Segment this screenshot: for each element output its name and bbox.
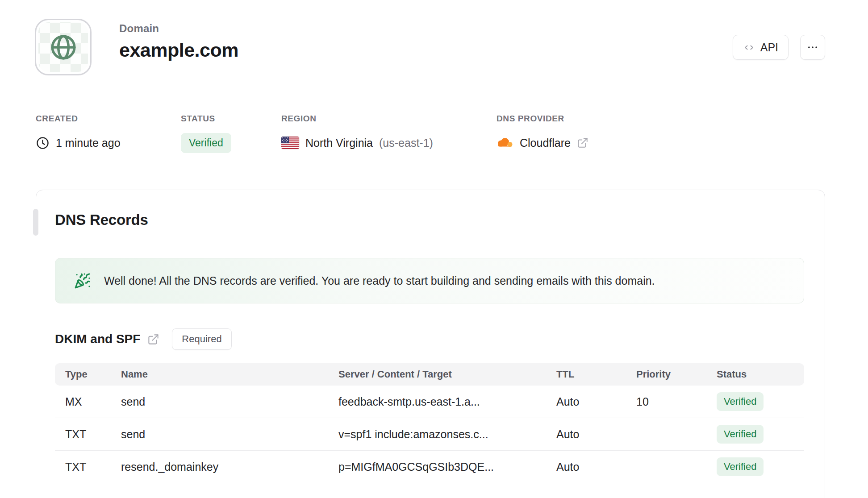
- meta-row: CREATED 1 minute ago STATUS Verified REG…: [0, 114, 868, 153]
- header-actions: API: [733, 35, 825, 60]
- meta-region: REGION: [281, 114, 497, 153]
- meta-created: CREATED 1 minute ago: [36, 114, 181, 153]
- column-header-priority: Priority: [636, 369, 717, 380]
- cell-server: p=MIGfMA0GCSqGSIb3DQE...: [338, 461, 556, 473]
- page-eyebrow: Domain: [119, 22, 238, 35]
- ellipsis-icon: [807, 42, 818, 53]
- code-icon: [743, 42, 755, 54]
- page-title: example.com: [119, 39, 238, 61]
- more-options-button[interactable]: [800, 35, 825, 60]
- cell-priority: 10: [636, 395, 717, 408]
- domain-avatar: [35, 19, 92, 75]
- cell-ttl: Auto: [556, 395, 636, 408]
- dns-provider-value: Cloudflare: [520, 137, 571, 149]
- status-badge: Verified: [181, 133, 231, 153]
- table-row: MX send feedback-smtp.us-east-1.a... Aut…: [55, 386, 804, 418]
- status-badge: Verified: [717, 425, 764, 444]
- status-badge: Verified: [717, 392, 764, 411]
- dns-provider-label: DNS PROVIDER: [497, 114, 825, 124]
- cell-name: resend._domainkey: [121, 461, 338, 473]
- table-row: TXT resend._domainkey p=MIGfMA0GCSqGSIb3…: [55, 451, 804, 483]
- region-name: North Virginia: [305, 137, 373, 149]
- column-header-status: Status: [717, 369, 804, 380]
- table-row: TXT send v=spf1 include:amazonses.c... A…: [55, 418, 804, 451]
- created-value: 1 minute ago: [56, 137, 121, 149]
- external-link-icon[interactable]: [577, 137, 588, 149]
- meta-dns-provider: DNS PROVIDER Cloudflare: [497, 114, 825, 153]
- region-label: REGION: [281, 114, 497, 124]
- cell-server: feedback-smtp.us-east-1.a...: [338, 395, 556, 408]
- required-badge: Required: [172, 328, 231, 350]
- domain-detail-page: Domain example.com API: [0, 0, 868, 498]
- external-link-icon[interactable]: [147, 333, 159, 345]
- column-header-name: Name: [121, 369, 338, 380]
- dkim-spf-section-header: DKIM and SPF Required: [55, 328, 804, 350]
- cell-type: TXT: [65, 428, 121, 441]
- card-accent-bar: [33, 209, 38, 236]
- region-code: (us-east-1): [379, 137, 433, 149]
- status-label: STATUS: [181, 114, 281, 124]
- cell-status: Verified: [717, 425, 804, 444]
- clock-icon: [36, 136, 50, 150]
- dns-records-table: Type Name Server / Content / Target TTL …: [55, 363, 804, 483]
- success-banner: Well done! All the DNS records are verif…: [55, 258, 804, 303]
- cell-type: MX: [65, 395, 121, 408]
- us-flag-icon: [281, 137, 299, 149]
- cell-server: v=spf1 include:amazonses.c...: [338, 428, 556, 441]
- column-header-server: Server / Content / Target: [338, 369, 556, 380]
- page-header: Domain example.com API: [0, 0, 868, 75]
- title-block: Domain example.com: [119, 22, 238, 61]
- table-header-row: Type Name Server / Content / Target TTL …: [55, 363, 804, 386]
- meta-status: STATUS Verified: [181, 114, 281, 153]
- cell-name: send: [121, 395, 338, 408]
- success-banner-message: Well done! All the DNS records are verif…: [104, 274, 655, 287]
- cell-type: TXT: [65, 461, 121, 473]
- status-badge: Verified: [717, 457, 764, 476]
- cell-name: send: [121, 428, 338, 441]
- dns-records-title: DNS Records: [55, 212, 804, 228]
- column-header-type: Type: [65, 369, 121, 380]
- cell-status: Verified: [717, 457, 804, 476]
- party-popper-icon: [74, 273, 91, 289]
- api-button[interactable]: API: [733, 35, 789, 60]
- cloudflare-icon: [497, 137, 513, 149]
- created-label: CREATED: [36, 114, 181, 124]
- cell-ttl: Auto: [556, 428, 636, 441]
- dkim-spf-title: DKIM and SPF: [55, 332, 140, 346]
- dns-records-card: DNS Records Well done! All the DNS recor…: [36, 190, 825, 498]
- globe-icon: [49, 33, 78, 62]
- api-button-label: API: [760, 41, 778, 54]
- cell-ttl: Auto: [556, 461, 636, 473]
- cell-status: Verified: [717, 392, 804, 411]
- column-header-ttl: TTL: [556, 369, 636, 380]
